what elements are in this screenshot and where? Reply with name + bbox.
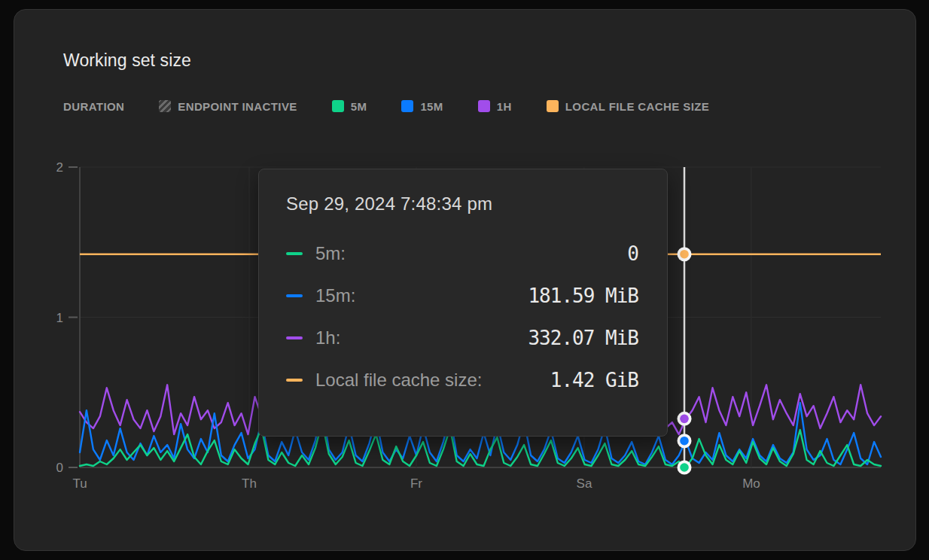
y-tick-label: 0 [56,461,63,475]
tooltip-row-5m: 5m: 0 [286,242,638,265]
crosshair-point-5m [680,463,689,472]
series-color-dash-1h [286,336,303,340]
tooltip-row-label: 5m: [315,243,346,264]
y-tick-label: 1 [56,311,63,325]
tooltip-row-local-file-cache-size: Local file cache size: 1.42 GiB [286,369,638,391]
tooltip-row-15m: 15m: 181.59 MiB [286,285,638,307]
tooltip-row-label: 1h: [315,327,340,348]
x-tick-label: Mo [742,476,760,491]
x-tick-label: Th [242,476,257,491]
crosshair-point-local-file-cache-size [680,250,689,259]
tooltip-row-label: Local file cache size: [315,370,482,391]
y-tick-label: 2 [56,160,63,175]
series-color-dash-15m [286,294,303,298]
tooltip-row-1h: 1h: 332.07 MiB [286,327,638,349]
tooltip-timestamp: Sep 29, 2024 7:48:34 pm [286,193,638,215]
series-color-dash-5m [286,252,303,256]
chart-tooltip: Sep 29, 2024 7:48:34 pm 5m: 0 15m: 181.5… [258,169,668,437]
crosshair-point-1h [680,415,689,424]
working-set-size-card: Working set size DURATION ENDPOINT INACT… [14,9,916,551]
series-color-dash-local-file-cache-size [286,379,303,382]
tooltip-row-label: 15m: [315,285,355,306]
tooltip-row-value: 0 [627,242,638,265]
tooltip-row-value: 1.42 GiB [550,369,638,391]
x-tick-label: Fr [410,476,422,491]
tooltip-row-value: 181.59 MiB [528,285,638,307]
tooltip-row-value: 332.07 MiB [528,327,638,349]
crosshair-point-15m [680,437,689,446]
x-tick-label: Tu [72,476,87,491]
x-tick-label: Sa [577,476,592,491]
